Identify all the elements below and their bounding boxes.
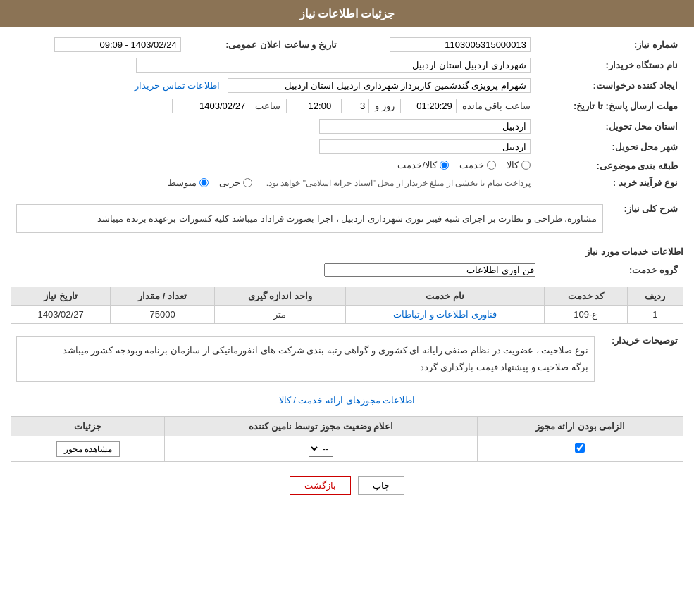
license-section: الزامی بودن ارائه مجوز اعلام وضعیت مجوز … <box>11 416 683 462</box>
city-value <box>11 137 536 157</box>
category-kala-label: کالا <box>507 160 519 170</box>
description-text: مشاوره، طراحی و نظارت بر اجرای شبه فیبر … <box>97 213 597 224</box>
purchase-type-area: جزیی متوسط پرداخت تمام یا بخشی از مبلغ خ… <box>11 175 536 191</box>
description-box: مشاوره، طراحی و نظارت بر اجرای شبه فیبر … <box>16 204 603 233</box>
license-status-cell: -- <box>165 436 478 462</box>
purchase-type-notice: پرداخت تمام یا بخشی از مبلغ خریدار از مح… <box>266 178 531 188</box>
city-input[interactable] <box>319 139 531 154</box>
buyer-org-input[interactable] <box>136 58 531 73</box>
buyer-desc-value: نوع صلاحیت ، عضویت در نظام صنفی رایانه ا… <box>11 329 600 388</box>
deadline-time-input[interactable] <box>286 99 335 113</box>
requester-area: اطلاعات تماس خریدار <box>11 75 536 96</box>
purchase-radio-mottavas[interactable] <box>199 178 209 187</box>
announce-label: تاریخ و ساعت اعلان عمومی: <box>187 34 342 55</box>
service-group-input[interactable] <box>324 263 535 277</box>
col-unit: واحد اندازه گیری <box>214 287 345 306</box>
time-label: ساعت <box>255 101 280 111</box>
need-number-input[interactable] <box>390 37 531 52</box>
deadline-area: ساعت روز و ساعت باقی مانده <box>11 96 536 116</box>
deadline-label: مهلت ارسال پاسخ: تا تاریخ: <box>536 96 683 116</box>
col-date: تاریخ نیاز <box>11 287 111 306</box>
category-khedmat[interactable]: خدمت <box>459 160 496 170</box>
buyer-org-value <box>11 55 536 75</box>
license-checkbox[interactable] <box>575 443 585 453</box>
license-check-cell <box>477 436 683 462</box>
purchase-jozi-label: جزیی <box>219 177 240 188</box>
info-table: شماره نیاز: تاریخ و ساعت اعلان عمومی: نا… <box>11 34 683 191</box>
need-number-label: شماره نیاز: <box>536 34 683 55</box>
purchase-mottavas-label: متوسط <box>168 177 197 188</box>
col-row: ردیف <box>627 287 683 306</box>
services-table: ردیف کد خدمت نام خدمت واحد اندازه گیری ت… <box>11 287 683 324</box>
button-area: چاپ بازگشت <box>11 462 683 509</box>
description-label: شرح کلی نیاز: <box>609 198 683 239</box>
deadline-date-input[interactable] <box>172 99 249 113</box>
license-status-select[interactable]: -- <box>309 441 333 457</box>
view-license-button[interactable]: مشاهده مجوز <box>56 441 120 457</box>
category-radio-khedmat[interactable] <box>487 161 496 170</box>
license-col2: اعلام وضعیت مجوز توسط نامین کننده <box>165 417 478 436</box>
print-button[interactable]: چاپ <box>358 476 404 495</box>
announce-value <box>11 34 187 55</box>
category-label: طبقه بندی موضوعی: <box>536 157 683 175</box>
category-radio-both[interactable] <box>440 161 449 170</box>
service-group-table: گروه خدمت: <box>11 260 683 279</box>
deadline-days-input[interactable] <box>341 99 369 113</box>
province-label: استان محل تحویل: <box>536 116 683 137</box>
row-quantity: 75000 <box>111 306 215 324</box>
purchase-radio-jozi[interactable] <box>243 178 252 187</box>
license-link[interactable]: اطلاعات مجوزهای ارائه خدمت / کالا <box>279 395 416 406</box>
category-both-label: کالا/خدمت <box>397 160 437 170</box>
purchase-type-label: نوع فرآیند خرید : <box>536 175 683 191</box>
description-section: شرح کلی نیاز: مشاوره، طراحی و نظارت بر ا… <box>11 198 683 239</box>
services-section-title: اطلاعات خدمات مورد نیاز <box>11 246 683 257</box>
col-name: نام خدمت <box>346 287 545 306</box>
need-number-value <box>342 34 536 55</box>
service-group-label: گروه خدمت: <box>541 260 683 279</box>
row-date: 1403/02/27 <box>11 306 111 324</box>
col-quantity: تعداد / مقدار <box>111 287 215 306</box>
row-name: فناوری اطلاعات و ارتباطات <box>346 306 545 324</box>
buyer-desc-text: نوع صلاحیت ، عضویت در نظام صنفی رایانه ا… <box>63 345 588 372</box>
requester-contact-link[interactable]: اطلاعات تماس خریدار <box>135 80 220 91</box>
category-radio-kala[interactable] <box>521 161 531 170</box>
license-table: الزامی بودن ارائه مجوز اعلام وضعیت مجوز … <box>11 416 683 462</box>
row-unit: متر <box>214 306 345 324</box>
city-label: شهر محل تحویل: <box>536 137 683 157</box>
license-row: -- مشاهده مجوز <box>11 436 683 462</box>
announce-input[interactable] <box>54 37 181 52</box>
page-header: جزئیات اطلاعات نیاز <box>0 0 694 27</box>
license-link-section: اطلاعات مجوزهای ارائه خدمت / کالا <box>11 395 683 406</box>
row-code: ع-109 <box>544 306 627 324</box>
license-col1: الزامی بودن ارائه مجوز <box>477 417 683 436</box>
buyer-desc-table: توصیحات خریدار: نوع صلاحیت ، عضویت در نظ… <box>11 329 683 388</box>
requester-label: ایجاد کننده درخواست: <box>536 75 683 96</box>
requester-input[interactable] <box>228 78 531 93</box>
buyer-org-label: نام دستگاه خریدار: <box>536 55 683 75</box>
buyer-desc-label: توصیحات خریدار: <box>600 329 683 388</box>
back-button[interactable]: بازگشت <box>290 476 351 495</box>
category-radios: کالا خدمت کالا/خدمت <box>11 157 536 175</box>
purchase-type-jozi[interactable]: جزیی <box>219 177 252 188</box>
license-col3: جزئیات <box>11 417 165 436</box>
category-both[interactable]: کالا/خدمت <box>397 160 449 170</box>
deadline-remaining-input[interactable] <box>400 99 457 113</box>
province-value <box>11 116 536 137</box>
description-value: مشاوره، طراحی و نظارت بر اجرای شبه فیبر … <box>11 198 609 239</box>
page-title: جزئیات اطلاعات نیاز <box>299 8 395 20</box>
row-number: 1 <box>627 306 683 324</box>
license-detail-cell: مشاهده مجوز <box>11 436 165 462</box>
purchase-type-mottavas[interactable]: متوسط <box>168 177 209 188</box>
col-code: کد خدمت <box>544 287 627 306</box>
days-label: روز و <box>375 101 395 111</box>
table-row: 1 ع-109 فناوری اطلاعات و ارتباطات متر 75… <box>11 306 683 324</box>
service-group-value <box>11 260 541 279</box>
category-khedmat-label: خدمت <box>459 160 484 170</box>
category-kala[interactable]: کالا <box>507 160 531 170</box>
province-input[interactable] <box>319 119 531 134</box>
hours-label: ساعت باقی مانده <box>462 101 531 111</box>
buyer-desc-box: نوع صلاحیت ، عضویت در نظام صنفی رایانه ا… <box>16 336 595 382</box>
